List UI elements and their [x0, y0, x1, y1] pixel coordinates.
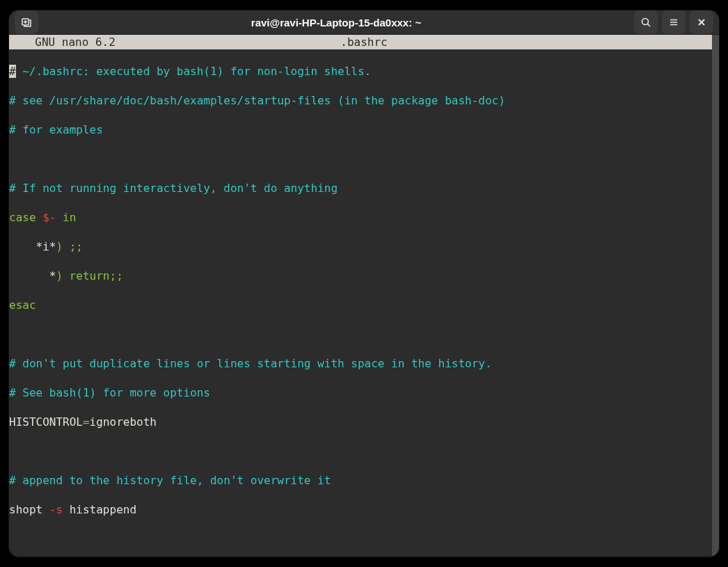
- nano-header: GNU nano 6.2 .bashrc: [9, 35, 712, 49]
- scrollbar[interactable]: [712, 35, 719, 557]
- svg-point-1: [642, 19, 649, 25]
- menu-button[interactable]: [662, 10, 686, 34]
- cursor: #: [9, 65, 16, 78]
- titlebar: ravi@ravi-HP-Laptop-15-da0xxx: ~: [9, 10, 719, 35]
- new-tab-button[interactable]: [15, 10, 38, 34]
- terminal-area[interactable]: GNU nano 6.2 .bashrc # ~/.bashrc: execut…: [9, 35, 719, 557]
- editor-content[interactable]: # ~/.bashrc: executed by bash(1) for non…: [9, 49, 712, 557]
- close-button[interactable]: [690, 10, 713, 34]
- terminal-window: ravi@ravi-HP-Laptop-15-da0xxx: ~ GNU nan…: [9, 10, 719, 557]
- window-title: ravi@ravi-HP-Laptop-15-da0xxx: ~: [38, 17, 634, 29]
- nano-app-name: GNU nano 6.2: [9, 35, 116, 49]
- search-button[interactable]: [634, 10, 658, 34]
- nano-file-name: .bashrc: [340, 35, 387, 49]
- scrollbar-thumb[interactable]: [712, 35, 719, 557]
